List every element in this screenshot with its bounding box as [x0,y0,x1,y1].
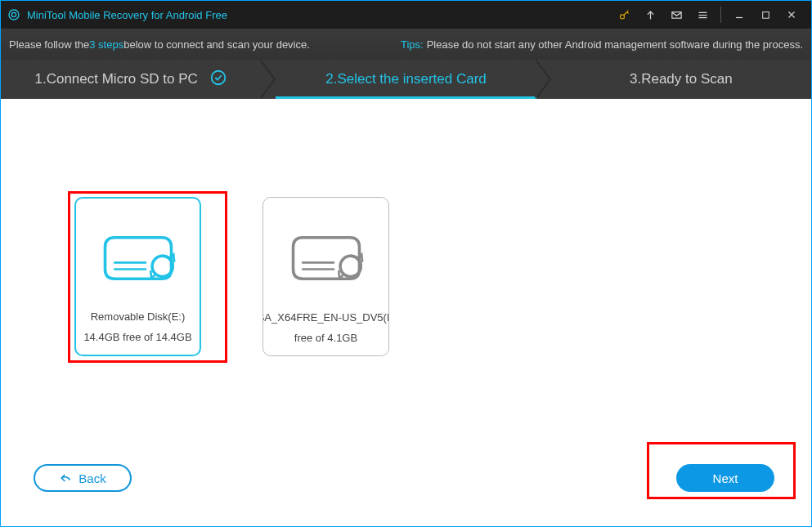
app-title: MiniTool Mobile Recovery for Android Fre… [27,9,227,21]
app-window: MiniTool Mobile Recovery for Android Fre… [0,0,812,527]
app-logo-icon [7,8,20,21]
svg-point-1 [11,12,16,16]
step-connect: 1.Connect Micro SD to PC [1,60,261,99]
back-arrow-icon [59,471,72,485]
disk-card-iso[interactable]: SA_X64FRE_EN-US_DV5(D free of 4.1GB [262,197,389,356]
content-area: Removable Disk(E:) 14.4GB free of 14.4GB… [1,99,811,526]
info-text-prefix: Please follow the [9,38,89,51]
step-select-card-label: 2.Select the inserted Card [325,71,487,87]
disk-free: free of 4.1GB [294,332,357,344]
back-button-label: Back [79,471,105,485]
step-ready-scan: 3.Ready to Scan [551,60,811,99]
back-button[interactable]: Back [34,464,132,492]
check-icon [209,69,227,91]
upload-icon[interactable] [640,5,660,25]
tips-text: Please do not start any other Android ma… [427,38,803,51]
step-arrow-2 [536,60,551,99]
disk-free: 14.4GB free of 14.4GB [83,331,191,343]
disk-card-removable[interactable]: Removable Disk(E:) 14.4GB free of 14.4GB [74,197,201,356]
minimize-button[interactable] [729,5,749,25]
svg-rect-4 [762,11,769,18]
info-steps-count: 3 steps [89,38,123,51]
key-icon[interactable] [614,5,634,25]
disk-name: SA_X64FRE_EN-US_DV5(D [262,311,389,324]
step-arrow-1 [261,60,276,99]
tips-label: Tips: [401,38,424,51]
step-connect-label: 1.Connect Micro SD to PC [34,71,197,87]
next-button-label: Next [713,471,738,485]
mail-icon[interactable] [666,5,686,25]
next-button[interactable]: Next [676,464,774,492]
close-button[interactable] [782,5,801,25]
disk-icon [81,208,195,307]
svg-point-0 [9,10,19,20]
svg-point-5 [212,70,226,84]
disk-icon [268,208,384,308]
step-ready-scan-label: 3.Ready to Scan [630,71,733,87]
titlebar: MiniTool Mobile Recovery for Android Fre… [1,1,811,29]
info-text-suffix: below to connect and scan your device. [123,38,310,51]
disk-card-row: Removable Disk(E:) 14.4GB free of 14.4GB… [74,197,451,356]
svg-point-2 [620,14,624,18]
titlebar-tools [611,5,805,25]
step-bar: 1.Connect Micro SD to PC 2.Select the in… [1,60,811,99]
menu-icon[interactable] [693,5,712,25]
titlebar-divider [720,7,721,23]
step-select-card: 2.Select the inserted Card [276,60,536,99]
info-strip: Please follow the 3 steps below to conne… [1,29,811,60]
maximize-button[interactable] [756,5,775,25]
disk-name: Removable Disk(E:) [91,310,186,323]
